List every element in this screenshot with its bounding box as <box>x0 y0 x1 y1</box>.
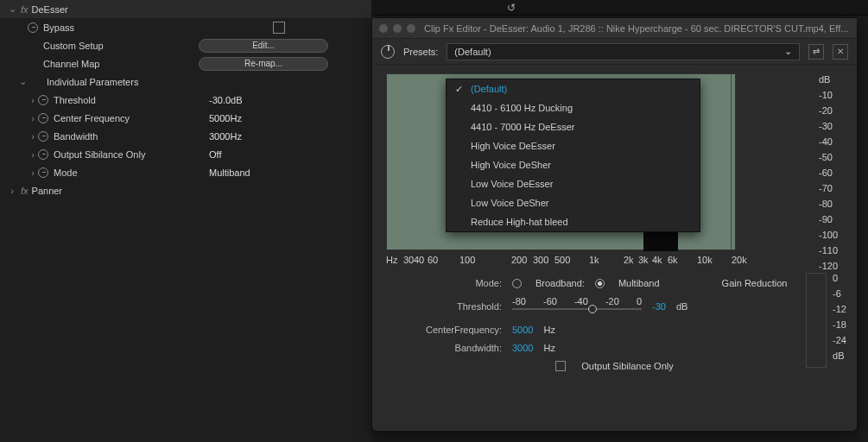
param-row[interactable]: ›Output Sibilance OnlyOff <box>0 145 371 163</box>
center-freq-value[interactable]: 5000 <box>512 325 533 335</box>
db-unit: dB <box>819 72 843 87</box>
maximize-icon[interactable] <box>407 24 415 33</box>
chevron-right-icon[interactable]: › <box>28 113 38 123</box>
broadband-label: Broadband: <box>535 278 585 288</box>
chevron-down-icon[interactable]: ⌄ <box>17 76 28 87</box>
titlebar[interactable]: Clip Fx Editor - DeEsser: Audio 1, JR286… <box>372 18 857 39</box>
param-label: Bandwidth <box>54 131 209 142</box>
gain-reduction-meter <box>806 273 827 368</box>
stopwatch-icon[interactable] <box>28 22 38 33</box>
db-labels: dB -10-20-30-40-50-60-70-80-90-100-110-1… <box>819 72 843 274</box>
preset-option[interactable]: High Voice DeEsser <box>447 136 700 155</box>
param-label: Mode <box>54 167 209 178</box>
bypass-checkbox[interactable] <box>273 22 285 34</box>
fx-icon: fx <box>21 186 29 196</box>
threshold-label: Threshold: <box>398 301 502 312</box>
param-value[interactable]: 3000Hz <box>209 131 242 142</box>
bandwidth-label: Bandwidth: <box>398 343 502 353</box>
meter-labels: 0-6-12-18-24dB <box>833 270 846 363</box>
center-freq-row: CenterFrequency: 5000 Hz <box>398 325 831 335</box>
bandwidth-row: Bandwidth: 3000 Hz <box>398 343 831 353</box>
preset-option[interactable]: High Voice DeSher <box>447 155 700 174</box>
preset-option[interactable]: Low Voice DeSher <box>447 193 700 212</box>
channel-map-label: Channel Map <box>43 59 199 69</box>
param-row[interactable]: ›Bandwidth3000Hz <box>0 127 371 145</box>
preset-option[interactable]: 4410 - 7000 Hz DeEsser <box>447 117 700 136</box>
preset-option[interactable]: Reduce High-hat bleed <box>447 212 700 231</box>
db-scale <box>731 73 748 250</box>
param-row[interactable]: ›ModeMultiband <box>0 163 371 181</box>
individual-params-row[interactable]: ⌄ Individual Parameters <box>0 73 371 91</box>
preset-dropdown[interactable]: (Default) ⌄ <box>447 43 800 60</box>
preset-option[interactable]: Low Voice DeEsser <box>447 174 700 193</box>
chevron-right-icon[interactable]: › <box>28 131 38 142</box>
preset-option[interactable]: (Default) <box>447 79 700 98</box>
chevron-right-icon[interactable]: › <box>28 167 38 178</box>
preset-selected: (Default) <box>454 47 491 57</box>
custom-setup-row: Custom Setup Edit... <box>0 36 371 54</box>
controls-area: Mode: Broadband: Multiband Gain Reductio… <box>372 268 857 382</box>
center-freq-unit: Hz <box>543 325 554 335</box>
minimize-icon[interactable] <box>393 24 402 33</box>
center-freq-label: CenterFrequency: <box>398 325 502 335</box>
window-title: Clip Fx Editor - DeEsser: Audio 1, JR286… <box>424 23 848 34</box>
effect-controls-panel: ⌄ fx DeEsser Bypass Custom Setup Edit...… <box>0 0 371 442</box>
stopwatch-icon[interactable] <box>38 113 48 123</box>
param-value[interactable]: Multiband <box>209 167 250 178</box>
mode-label: Mode: <box>398 278 502 288</box>
effect-name: DeEsser <box>32 4 68 15</box>
individual-params-label: Individual Parameters <box>47 77 138 87</box>
edit-button[interactable]: Edit... <box>199 39 328 53</box>
param-value[interactable]: -30.0dB <box>209 95 243 105</box>
bypass-row[interactable]: Bypass <box>0 18 371 36</box>
param-label: Center Frequency <box>54 113 209 123</box>
stopwatch-icon[interactable] <box>38 95 48 105</box>
save-preset-button[interactable]: ⇄ <box>808 44 824 60</box>
preset-option[interactable]: 4410 - 6100 Hz Ducking <box>447 98 700 117</box>
output-sib-row: Output Sibilance Only <box>398 361 831 371</box>
mode-row: Mode: Broadband: Multiband Gain Reductio… <box>398 278 831 288</box>
panner-label: Panner <box>32 186 62 196</box>
threshold-slider[interactable]: -80-60-40-200 <box>512 296 642 317</box>
preset-dropdown-menu[interactable]: (Default)4410 - 6100 Hz Ducking4410 - 70… <box>446 79 700 232</box>
param-label: Output Sibilance Only <box>54 149 209 160</box>
stopwatch-icon[interactable] <box>38 167 48 178</box>
toolbar: Presets: (Default) ⌄ ⇄ ✕ <box>372 39 857 65</box>
chevron-right-icon[interactable]: › <box>28 149 38 160</box>
stopwatch-icon[interactable] <box>38 131 48 142</box>
custom-setup-label: Custom Setup <box>43 41 199 51</box>
effect-header[interactable]: ⌄ fx DeEsser <box>0 0 371 18</box>
threshold-row: Threshold: -80-60-40-200 -30 dB <box>398 296 831 317</box>
fx-icon: fx <box>21 4 29 15</box>
output-sibilance-label: Output Sibilance Only <box>581 361 673 371</box>
bandwidth-unit: Hz <box>543 343 554 353</box>
param-row[interactable]: ›Center Frequency5000Hz <box>0 109 371 127</box>
gain-reduction-label: Gain Reduction <box>722 278 788 288</box>
threshold-unit: dB <box>676 301 687 312</box>
param-row[interactable]: ›Threshold-30.0dB <box>0 91 371 109</box>
window-controls[interactable] <box>379 24 415 33</box>
close-icon[interactable] <box>379 24 388 33</box>
stopwatch-icon[interactable] <box>38 149 48 160</box>
output-sibilance-checkbox[interactable] <box>555 361 566 371</box>
broadband-radio[interactable] <box>512 279 522 288</box>
chevron-down-icon: ⌄ <box>784 46 792 57</box>
clip-fx-editor-window: Clip Fx Editor - DeEsser: Audio 1, JR286… <box>371 17 858 432</box>
chevron-right-icon[interactable]: › <box>7 186 17 196</box>
chevron-down-icon[interactable]: ⌄ <box>7 3 17 15</box>
multiband-label: Multiband <box>618 278 660 288</box>
panner-row[interactable]: › fx Panner <box>0 181 371 199</box>
chevron-right-icon[interactable]: › <box>28 95 38 105</box>
slider-thumb[interactable] <box>588 305 597 313</box>
threshold-value[interactable]: -30 <box>652 301 666 312</box>
remap-button[interactable]: Re-map... <box>199 57 328 71</box>
param-value[interactable]: 5000Hz <box>209 113 242 123</box>
delete-preset-button[interactable]: ✕ <box>833 44 848 60</box>
param-value[interactable]: Off <box>209 149 221 160</box>
bandwidth-value[interactable]: 3000 <box>512 343 533 353</box>
undo-icon[interactable]: ↺ <box>507 2 516 14</box>
bypass-label: Bypass <box>43 22 199 33</box>
power-icon[interactable] <box>381 45 395 59</box>
multiband-radio[interactable] <box>595 279 605 288</box>
presets-label: Presets: <box>403 47 438 57</box>
